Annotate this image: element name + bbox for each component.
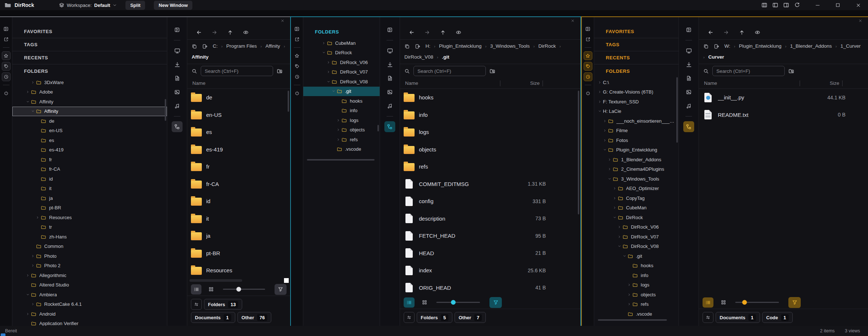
file-row[interactable]: pt-BR (187, 245, 290, 262)
tree-item[interactable]: Common (12, 242, 167, 252)
tree-item[interactable]: Affinity (12, 97, 167, 107)
filter-button[interactable] (788, 297, 801, 308)
chevron-down-icon[interactable] (608, 177, 613, 181)
breadcrumb-item[interactable]: .git (442, 54, 449, 61)
copy-button[interactable] (404, 44, 410, 49)
external-link-icon[interactable] (584, 35, 592, 44)
tree-item[interactable]: Filme (594, 126, 679, 136)
file-row[interactable]: es-419 (187, 141, 290, 158)
file-row[interactable]: COMMIT_EDITMSG1.31 KB (400, 175, 580, 193)
tree-section-header[interactable]: RECENTS (594, 51, 679, 64)
music-icon[interactable] (384, 100, 395, 111)
up-button[interactable] (440, 29, 446, 35)
tree-item[interactable]: .vscode (594, 309, 679, 319)
column-header-name[interactable]: Name (405, 80, 497, 86)
panel-right-button[interactable] (781, 1, 792, 9)
collapse-panel-icon[interactable] (384, 24, 395, 35)
power-icon[interactable] (2, 89, 11, 98)
tree-item[interactable]: Affinity (12, 107, 167, 116)
breadcrumb-item[interactable]: Affinity (192, 54, 209, 61)
panel-toggle-icon[interactable] (2, 24, 11, 33)
chevron-right-icon[interactable] (322, 41, 327, 45)
breadcrumb-item[interactable]: Plugin_Entwicklung (739, 43, 781, 50)
panel-toggle-icon[interactable] (293, 24, 301, 33)
tree-item[interactable]: DirRock_V07 (303, 67, 380, 77)
folder-search-icon[interactable] (489, 68, 495, 74)
preview-eye-button[interactable] (755, 29, 760, 35)
chevron-right-icon[interactable] (627, 293, 632, 297)
horizontal-scrollbar[interactable] (188, 278, 289, 283)
file-type-badge[interactable]: Code1 (762, 312, 793, 323)
filter-button[interactable] (489, 297, 502, 308)
tree-item[interactable]: logs (594, 280, 679, 290)
maximize-button[interactable] (832, 1, 843, 9)
close-button[interactable] (853, 1, 864, 9)
chevron-down-icon[interactable] (31, 109, 36, 113)
chevron-right-icon[interactable] (336, 118, 341, 122)
tree-item[interactable]: refs (594, 300, 679, 309)
chevron-right-icon[interactable] (603, 138, 608, 142)
file-row[interactable]: __init__.py44.1 KB (699, 89, 868, 106)
tree-item[interactable]: objects (303, 125, 380, 135)
tree-item[interactable]: .git (594, 251, 679, 261)
search-input[interactable] (712, 66, 785, 76)
tree-item[interactable]: Allegorithmic (12, 270, 167, 280)
file-row[interactable]: fr-CA (187, 175, 290, 193)
slider-handle[interactable] (742, 300, 747, 305)
breadcrumb-item[interactable]: 1_Blender_Addons (790, 43, 832, 50)
icon-size-slider[interactable] (223, 289, 265, 290)
music-icon[interactable] (172, 100, 183, 111)
download-icon[interactable] (384, 59, 395, 70)
file-row[interactable]: objects (400, 141, 580, 158)
list-view-button[interactable] (703, 297, 713, 308)
file-row[interactable]: refs (400, 158, 580, 175)
icon-size-slider[interactable] (735, 302, 779, 303)
tree-item[interactable]: Application Verifier (12, 319, 167, 326)
split-button[interactable]: Split (125, 1, 145, 10)
tree-item[interactable]: CubeMan (594, 203, 679, 213)
tree-item[interactable]: DirRock_V08 (303, 77, 380, 87)
tree-item[interactable]: DirRock_V06 (303, 58, 380, 67)
breadcrumb-item[interactable]: 3_Windows_Tools (490, 43, 530, 50)
tree-item[interactable]: Adobe (12, 87, 167, 97)
collapse-panel-icon[interactable] (683, 24, 694, 35)
chevron-right-icon[interactable] (627, 283, 632, 287)
icon-size-slider[interactable] (436, 302, 480, 303)
chevron-right-icon[interactable] (608, 158, 613, 162)
copy-button[interactable] (192, 44, 197, 49)
three-columns-button[interactable] (759, 1, 770, 9)
tree-view-icon[interactable] (172, 121, 183, 132)
file-row[interactable]: Resources (187, 262, 290, 278)
tree-item[interactable]: Fotos (594, 135, 679, 145)
close-pane-button[interactable] (281, 19, 284, 23)
copy-button[interactable] (703, 44, 709, 49)
tree-item[interactable]: Photo 2 (12, 261, 167, 271)
folder-search-icon[interactable] (277, 68, 283, 74)
chevron-right-icon[interactable] (608, 167, 613, 171)
tree-item[interactable]: C:\ (594, 78, 679, 87)
column-divider[interactable] (500, 80, 500, 86)
tree-item[interactable]: it (12, 184, 167, 194)
chevron-down-icon[interactable] (623, 254, 628, 258)
chevron-right-icon[interactable] (36, 216, 41, 220)
file-row[interactable]: ja (187, 227, 290, 245)
swap-icon[interactable] (191, 299, 202, 310)
chevron-down-icon[interactable] (617, 244, 623, 248)
tree-section-header[interactable]: FAVORITES (12, 25, 167, 38)
file-row[interactable]: config331 B (400, 193, 580, 210)
column-header-size[interactable]: Size (503, 80, 540, 86)
up-button[interactable] (227, 29, 233, 35)
chevron-down-icon[interactable] (613, 216, 618, 220)
tree-item[interactable]: CubeMan (303, 38, 380, 48)
chevron-right-icon[interactable] (26, 312, 31, 316)
file-row[interactable]: en-US (187, 106, 290, 124)
column-divider[interactable] (842, 80, 843, 86)
tree-view-icon[interactable] (384, 121, 395, 132)
forward-button[interactable] (723, 29, 729, 35)
column-divider[interactable] (543, 80, 543, 86)
list-scrollbar[interactable] (288, 91, 289, 112)
tree-item[interactable]: .vscode (303, 145, 380, 154)
star-icon[interactable] (2, 51, 11, 60)
tree-item[interactable]: Ambiera (12, 290, 167, 300)
chevron-down-icon[interactable] (26, 100, 31, 104)
